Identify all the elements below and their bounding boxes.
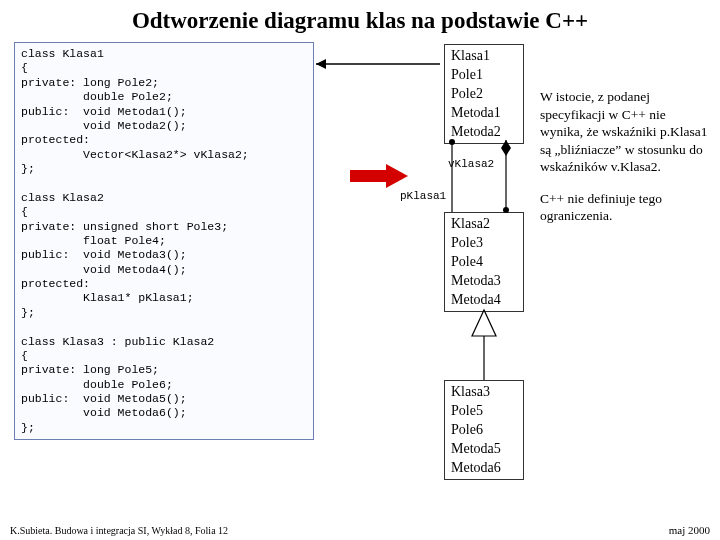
uml-line: Klasa3: [451, 383, 517, 402]
uml-line: Pole4: [451, 253, 517, 272]
page-title: Odtworzenie diagramu klas na podstawie C…: [0, 0, 720, 40]
commentary-p1: W istocie, z podanej specyfikacji w C++ …: [540, 88, 712, 176]
assoc-label-vklasa2: vKlasa2: [448, 158, 494, 170]
uml-class-klasa2: Klasa2 Pole3 Pole4 Metoda3 Metoda4: [444, 212, 524, 312]
uml-line: Pole6: [451, 421, 517, 440]
uml-line: Metoda5: [451, 440, 517, 459]
uml-line: Pole3: [451, 234, 517, 253]
uml-class-klasa1: Klasa1 Pole1 Pole2 Metoda1 Metoda2: [444, 44, 524, 144]
content-area: class Klasa1 { private: long Pole2; doub…: [0, 40, 720, 520]
commentary-text: W istocie, z podanej specyfikacji w C++ …: [540, 88, 712, 225]
uml-line: Metoda3: [451, 272, 517, 291]
code-listing: class Klasa1 { private: long Pole2; doub…: [14, 42, 314, 440]
commentary-p2: C++ nie definiuje tego ograniczenia.: [540, 190, 712, 225]
footer-left: K.Subieta. Budowa i integracja SI, Wykła…: [10, 525, 228, 536]
uml-class-klasa3: Klasa3 Pole5 Pole6 Metoda5 Metoda6: [444, 380, 524, 480]
uml-line: Klasa2: [451, 215, 517, 234]
uml-line: Pole1: [451, 66, 517, 85]
svg-rect-2: [350, 170, 386, 182]
uml-line: Pole5: [451, 402, 517, 421]
uml-line: Pole2: [451, 85, 517, 104]
svg-marker-10: [472, 310, 496, 336]
uml-line: Metoda1: [451, 104, 517, 123]
assoc-label-pklasa1: pKlasa1: [400, 190, 446, 202]
uml-line: Metoda2: [451, 123, 517, 142]
footer-right: maj 2000: [669, 524, 710, 536]
svg-marker-3: [386, 164, 408, 188]
uml-line: Metoda4: [451, 291, 517, 310]
uml-line: Metoda6: [451, 459, 517, 478]
svg-marker-1: [316, 59, 326, 69]
uml-line: Klasa1: [451, 47, 517, 66]
red-arrow-icon: [350, 164, 408, 188]
